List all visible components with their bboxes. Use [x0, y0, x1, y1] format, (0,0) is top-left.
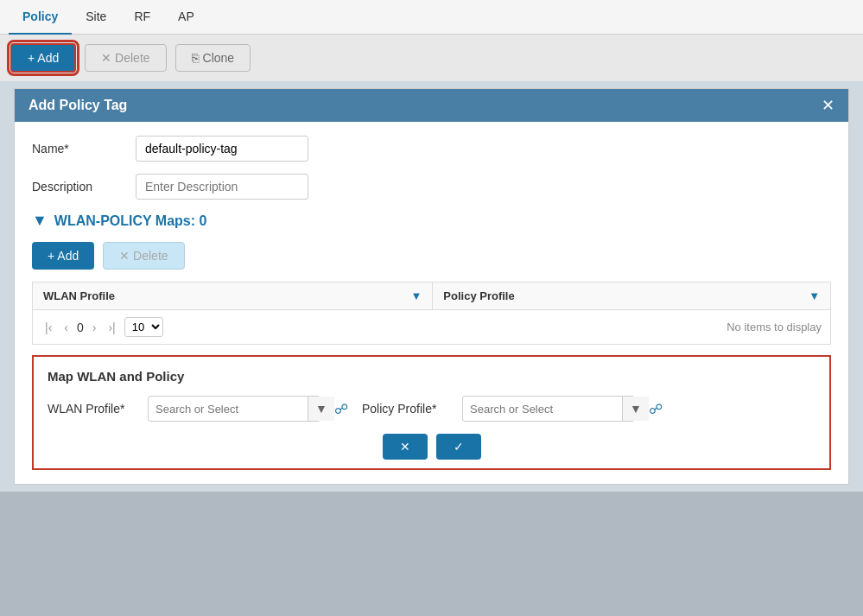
wlan-link-icon[interactable]: ☍ — [334, 401, 348, 417]
policy-profile-header: Policy Profile ▼ — [433, 283, 831, 310]
add-button[interactable]: + Add — [10, 43, 76, 73]
policy-filter-icon[interactable]: ▼ — [809, 289, 820, 302]
name-row: Name* — [32, 136, 831, 162]
tab-rf[interactable]: RF — [120, 0, 164, 35]
pagination-controls: |‹ ‹ 0 › ›| 10 25 50 — [41, 317, 163, 337]
policy-profile-label: Policy Profile* — [362, 402, 448, 416]
description-input[interactable] — [136, 174, 308, 200]
wlan-profile-header: WLAN Profile ▼ — [33, 283, 433, 310]
clone-icon: ⎘ — [192, 51, 199, 65]
tab-ap[interactable]: AP — [164, 0, 208, 35]
last-page-button[interactable]: ›| — [105, 319, 118, 336]
tab-policy[interactable]: Policy — [9, 0, 72, 35]
map-form-row: WLAN Profile* ▼ ☍ Policy Profile* ▼ ☍ — [48, 396, 815, 422]
delete-button: ✕ Delete — [85, 44, 166, 72]
next-page-button[interactable]: › — [89, 319, 100, 336]
tab-site[interactable]: Site — [72, 0, 120, 35]
map-section-title: Map WLAN and Policy — [48, 369, 815, 384]
policy-search-input[interactable] — [463, 397, 622, 421]
add-policy-tag-dialog: Add Policy Tag ✕ Name* Description ▼ WLA… — [14, 88, 849, 485]
first-page-button[interactable]: |‹ — [41, 319, 55, 336]
policy-dropdown-arrow-icon[interactable]: ▼ — [622, 397, 649, 421]
wlan-policy-section-header: ▼ WLAN-POLICY Maps: 0 — [32, 212, 831, 230]
dialog-close-button[interactable]: ✕ — [822, 98, 834, 113]
wlan-policy-table: WLAN Profile ▼ Policy Profile ▼ — [32, 282, 831, 310]
wlan-profile-select[interactable]: ▼ — [148, 396, 320, 422]
prev-page-button[interactable]: ‹ — [60, 319, 72, 336]
section-title: WLAN-POLICY Maps: 0 — [54, 213, 207, 229]
add-wlan-button[interactable]: + Add — [32, 242, 94, 270]
wlan-filter-icon[interactable]: ▼ — [410, 289, 422, 302]
top-nav: Policy Site RF AP — [0, 0, 863, 35]
table-header-row: WLAN Profile ▼ Policy Profile ▼ — [33, 283, 831, 310]
dialog-header: Add Policy Tag ✕ — [15, 89, 848, 122]
page-number: 0 — [77, 321, 84, 334]
policy-profile-select[interactable]: ▼ — [462, 396, 635, 422]
wlan-dropdown-arrow-icon[interactable]: ▼ — [308, 397, 334, 421]
no-items-text: No items to display — [727, 321, 822, 333]
confirm-map-button[interactable]: ✓ — [436, 434, 481, 460]
main-toolbar: + Add ✕ Delete ⎘ Clone — [0, 35, 863, 81]
per-page-select[interactable]: 10 25 50 — [124, 317, 163, 337]
wlan-profile-label: WLAN Profile* — [48, 402, 134, 416]
policy-link-icon[interactable]: ☍ — [649, 401, 663, 417]
delete-wlan-button: ✕ Delete — [103, 242, 184, 270]
name-label: Name* — [32, 142, 136, 156]
main-content: Add Policy Tag ✕ Name* Description ▼ WLA… — [0, 81, 863, 492]
clone-button[interactable]: ⎘ Clone — [175, 44, 251, 72]
description-row: Description — [32, 174, 831, 200]
cancel-map-button[interactable]: ✕ — [383, 434, 428, 460]
map-wlan-policy-section: Map WLAN and Policy WLAN Profile* ▼ ☍ Po… — [32, 355, 831, 470]
chevron-down-icon: ▼ — [32, 212, 48, 230]
map-action-buttons: ✕ ✓ — [48, 434, 815, 460]
name-input[interactable] — [136, 136, 308, 162]
clone-label: Clone — [203, 51, 235, 65]
dialog-title: Add Policy Tag — [29, 98, 127, 113]
description-label: Description — [32, 180, 136, 194]
inner-toolbar: + Add ✕ Delete — [32, 242, 831, 270]
dialog-body: Name* Description ▼ WLAN-POLICY Maps: 0 … — [15, 122, 848, 484]
pagination-row: |‹ ‹ 0 › ›| 10 25 50 No items to display — [32, 310, 831, 345]
wlan-search-input[interactable] — [149, 397, 308, 421]
